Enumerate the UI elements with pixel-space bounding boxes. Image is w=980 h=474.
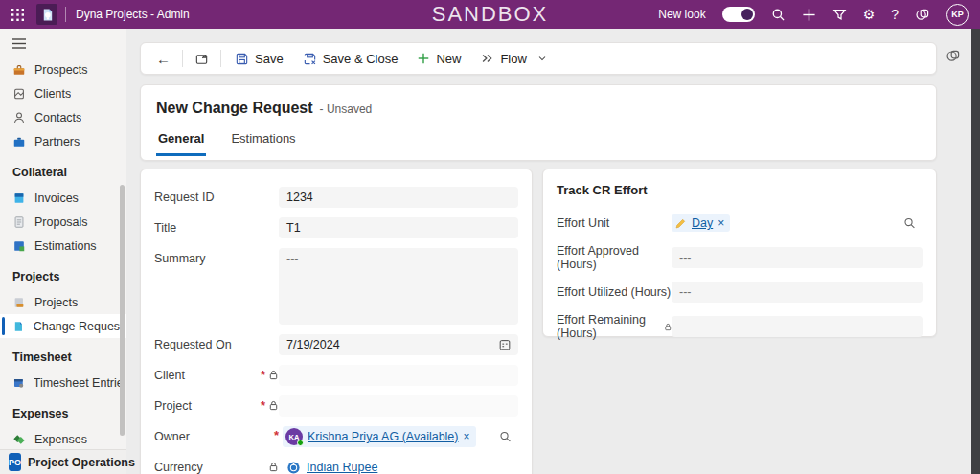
effort-remaining-input[interactable] (672, 316, 923, 337)
currency-coin-icon (286, 461, 301, 474)
sidebar-item-projects[interactable]: Projects (0, 290, 126, 314)
owner-link[interactable]: Krishna Priya AG (Available) (308, 430, 458, 443)
new-look-toggle[interactable] (722, 7, 755, 22)
sidebar-item-expenses[interactable]: Expenses (0, 427, 126, 451)
owner-lookup-input[interactable]: KA Krishna Priya AG (Available) × (279, 426, 518, 447)
top-navigation-bar: Dyna Projects - Admin SANDBOX New look ⚙… (0, 0, 980, 29)
tab-estimations[interactable]: Estimations (229, 131, 297, 156)
tab-general[interactable]: General (156, 131, 206, 156)
help-icon[interactable]: ? (891, 8, 899, 21)
owner-search-icon[interactable] (499, 431, 512, 443)
proposals-icon (12, 215, 26, 229)
app-title: Dyna Projects - Admin (76, 8, 190, 21)
effort-approved-input[interactable]: --- (672, 247, 923, 268)
sidebar-item-invoices[interactable]: Invoices (0, 186, 126, 210)
field-row-request-id: Request ID 1234 (154, 187, 518, 208)
currency-lookup-input[interactable]: Indian Rupee (279, 457, 518, 474)
avatar-initials: KP (951, 10, 964, 19)
timesheet-entries-icon (12, 376, 25, 390)
app-window: Dyna Projects - Admin SANDBOX New look ⚙… (0, 0, 980, 474)
open-in-side-pane-icon[interactable] (187, 48, 217, 70)
field-label: Summary (154, 248, 250, 265)
save-icon (235, 52, 249, 66)
add-icon[interactable] (802, 8, 816, 22)
gear-glyph: ⚙ (863, 8, 876, 21)
new-button[interactable]: New (407, 48, 470, 70)
effort-unit-lookup-input[interactable]: Day × (672, 213, 923, 234)
hamburger-menu-icon[interactable] (12, 37, 26, 52)
field-row-owner: Owner * KA Krishna Priya AG (Available) … (154, 426, 518, 447)
lock-icon (268, 462, 279, 472)
sidebar-item-clients[interactable]: Clients (0, 81, 126, 105)
effort-utilized-input[interactable]: --- (672, 282, 923, 303)
required-marker: * (261, 401, 265, 411)
calendar-icon[interactable] (498, 338, 512, 351)
currency-link[interactable]: Indian Rupee (307, 461, 377, 474)
sidebar-group-timesheet: Timesheet (0, 338, 126, 371)
sidebar-item-change-requests[interactable]: Change Requests (0, 314, 126, 338)
field-label: Client (154, 365, 250, 382)
field-label: Owner (154, 426, 250, 443)
filter-icon[interactable] (832, 8, 847, 22)
form-header-card: New Change Request - Unsaved General Est… (140, 84, 937, 161)
clients-icon (12, 87, 26, 101)
save-and-close-button[interactable]: Save & Close (293, 48, 408, 70)
flow-dropdown-chevron-icon[interactable] (536, 49, 556, 68)
sidebar-item-partners[interactable]: Partners (0, 129, 126, 153)
summary-textarea[interactable]: --- (279, 248, 518, 325)
area-badge: PO (9, 453, 21, 471)
app-launcher-icon[interactable] (0, 0, 34, 29)
field-placeholder: --- (679, 251, 692, 264)
field-value: T1 (286, 221, 301, 235)
back-button[interactable]: ← (148, 47, 178, 71)
track-cr-effort-card: Track CR Effort Effort Unit Day × Effort… (542, 169, 937, 337)
sidebar-item-timesheet-entries[interactable]: Timesheet Entries (0, 371, 126, 395)
sidebar-item-label: Expenses (34, 433, 87, 446)
remove-owner-icon[interactable]: × (463, 431, 469, 442)
area-switcher[interactable]: PO Project Operations (0, 449, 126, 474)
new-label: New (436, 52, 461, 66)
sidebar-group-expenses: Expenses (0, 395, 126, 427)
sidebar-item-label: Prospects (34, 63, 88, 77)
field-row-client: Client * (154, 365, 518, 386)
copilot-pane-icon[interactable] (946, 48, 961, 66)
sidebar-item-label: Partners (34, 135, 80, 148)
help-glyph: ? (891, 8, 899, 21)
effort-unit-search-icon[interactable] (903, 217, 916, 230)
user-avatar[interactable]: KP (946, 4, 969, 26)
contacts-icon (12, 111, 26, 124)
copilot-icon[interactable] (915, 7, 930, 22)
field-label: Project (154, 395, 250, 413)
requested-on-date-input[interactable]: 7/19/2024 (279, 334, 518, 355)
window-scrollbar[interactable] (971, 29, 980, 474)
owner-chip: KA Krishna Priya AG (Available) × (283, 426, 476, 447)
sidebar-item-proposals[interactable]: Proposals (0, 210, 126, 234)
client-lookup-input[interactable] (279, 365, 518, 386)
sidebar-item-label: Contacts (34, 111, 81, 124)
sidebar-item-prospects[interactable]: Prospects (0, 57, 126, 81)
sidebar-item-label: Timesheet Entries (34, 376, 121, 390)
effort-unit-link[interactable]: Day (692, 216, 713, 230)
remove-effort-unit-icon[interactable]: × (718, 217, 724, 229)
prospects-icon (12, 63, 26, 77)
command-divider (220, 50, 221, 67)
search-icon[interactable] (771, 8, 786, 22)
sidebar-item-estimations[interactable]: Estimations (0, 234, 126, 258)
flow-button[interactable]: Flow (470, 48, 536, 70)
sidebar-item-label: Change Requests (34, 320, 121, 333)
field-placeholder: --- (286, 252, 299, 265)
project-lookup-input[interactable] (279, 395, 518, 417)
field-row-requested-on: Requested On 7/19/2024 (154, 334, 518, 355)
settings-gear-icon[interactable]: ⚙ (863, 8, 876, 21)
app-logo-icon[interactable] (36, 4, 57, 25)
request-id-input[interactable]: 1234 (279, 187, 518, 208)
sidebar-item-contacts[interactable]: Contacts (0, 105, 126, 129)
field-row-title: Title T1 (154, 217, 518, 238)
area-label: Project Operations (28, 456, 135, 469)
title-input[interactable]: T1 (279, 217, 518, 238)
sidebar-scrollbar[interactable] (120, 185, 125, 436)
section-title: Track CR Effort (557, 183, 923, 197)
save-button[interactable]: Save (225, 48, 293, 70)
field-label: Effort Unit (557, 216, 672, 230)
field-row-effort-approved: Effort Approved (Hours) --- (557, 244, 923, 271)
